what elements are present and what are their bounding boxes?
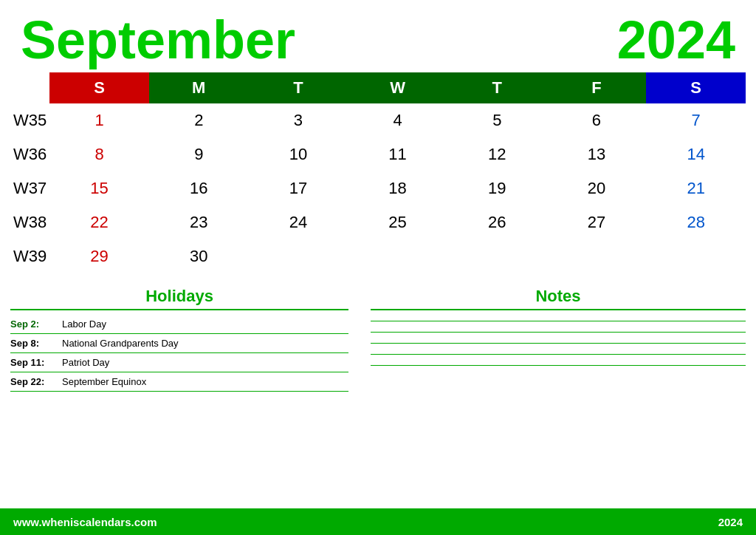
calendar-day xyxy=(447,239,547,273)
year-title: 2024 xyxy=(617,13,735,67)
calendar-day: 18 xyxy=(348,171,447,205)
header-wed: W xyxy=(348,72,447,103)
month-title: September xyxy=(21,13,295,67)
calendar-day: 16 xyxy=(149,171,249,205)
holidays-list: Sep 2:Labor DaySep 8:National Grandparen… xyxy=(10,315,348,392)
week-number: W38 xyxy=(10,205,49,239)
holiday-date: Sep 2: xyxy=(10,318,62,330)
calendar-header-row: S M T W T F S xyxy=(10,72,746,103)
calendar-day: 22 xyxy=(49,205,149,239)
calendar-day: 5 xyxy=(447,103,547,137)
week-number: W39 xyxy=(10,239,49,273)
header-sun: S xyxy=(49,72,149,103)
holidays-divider xyxy=(10,309,348,310)
calendar-day: 23 xyxy=(149,205,249,239)
calendar-day xyxy=(249,239,348,273)
holiday-item: Sep 11:Patriot Day xyxy=(10,353,348,372)
calendar-day xyxy=(646,239,746,273)
calendar-day: 20 xyxy=(547,171,647,205)
calendar-day: 19 xyxy=(447,171,547,205)
bottom-section: Holidays Sep 2:Labor DaySep 8:National G… xyxy=(0,279,756,392)
holiday-name: Patriot Day xyxy=(62,357,109,368)
calendar-day: 28 xyxy=(646,205,746,239)
week-number: W37 xyxy=(10,171,49,205)
calendar-day: 4 xyxy=(348,103,447,137)
header-fri: F xyxy=(547,72,647,103)
calendar-day xyxy=(348,239,447,273)
calendar-day: 7 xyxy=(646,103,746,137)
week-number: W35 xyxy=(10,103,49,137)
week-num-header xyxy=(10,72,49,103)
notes-section: Notes xyxy=(363,287,746,392)
holiday-item: Sep 8:National Grandparents Day xyxy=(10,334,348,353)
calendar-day: 13 xyxy=(547,137,647,171)
holiday-date: Sep 22: xyxy=(10,376,62,387)
calendar-row: W351234567 xyxy=(10,103,746,137)
week-number: W36 xyxy=(10,137,49,171)
header-thu: T xyxy=(447,72,547,103)
header-tue: T xyxy=(249,72,348,103)
notes-lines xyxy=(371,321,746,366)
notes-line xyxy=(371,321,746,321)
notes-line xyxy=(371,354,746,355)
calendar-row: W3822232425262728 xyxy=(10,205,746,239)
footer-url: www.wheniscalendars.com xyxy=(13,516,157,528)
calendar-day xyxy=(547,239,647,273)
holiday-item: Sep 2:Labor Day xyxy=(10,315,348,334)
calendar-day: 27 xyxy=(547,205,647,239)
holiday-date: Sep 11: xyxy=(10,357,62,368)
calendar-body: W351234567W36891011121314W37151617181920… xyxy=(10,103,746,273)
notes-line xyxy=(371,332,746,333)
header-sat: S xyxy=(646,72,746,103)
holiday-name: September Equinox xyxy=(62,376,146,387)
calendar-day: 1 xyxy=(49,103,149,137)
calendar-day: 9 xyxy=(149,137,249,171)
calendar-day: 11 xyxy=(348,137,447,171)
footer: www.wheniscalendars.com 2024 xyxy=(0,508,756,535)
calendar-day: 26 xyxy=(447,205,547,239)
footer-year: 2024 xyxy=(718,516,743,528)
calendar-wrapper: S M T W T F S W351234567W36891011121314W… xyxy=(0,72,756,273)
holiday-name: Labor Day xyxy=(62,318,106,330)
notes-line xyxy=(371,365,746,366)
header-mon: M xyxy=(149,72,249,103)
notes-line xyxy=(371,343,746,344)
holiday-name: National Grandparents Day xyxy=(62,338,179,349)
calendar-table: S M T W T F S W351234567W36891011121314W… xyxy=(10,72,746,273)
calendar-day: 25 xyxy=(348,205,447,239)
calendar-day: 14 xyxy=(646,137,746,171)
holidays-title: Holidays xyxy=(10,287,348,306)
calendar-row: W36891011121314 xyxy=(10,137,746,171)
holiday-date: Sep 8: xyxy=(10,338,62,349)
calendar-day: 30 xyxy=(149,239,249,273)
notes-divider xyxy=(371,309,746,310)
calendar-day: 2 xyxy=(149,103,249,137)
calendar-day: 12 xyxy=(447,137,547,171)
calendar-day: 3 xyxy=(249,103,348,137)
holiday-item: Sep 22:September Equinox xyxy=(10,372,348,392)
calendar-day: 17 xyxy=(249,171,348,205)
calendar-day: 24 xyxy=(249,205,348,239)
notes-title: Notes xyxy=(371,287,746,306)
calendar-row: W3715161718192021 xyxy=(10,171,746,205)
calendar-row: W392930 xyxy=(10,239,746,273)
calendar-day: 15 xyxy=(49,171,149,205)
calendar-day: 6 xyxy=(547,103,647,137)
calendar-day: 29 xyxy=(49,239,149,273)
calendar-day: 21 xyxy=(646,171,746,205)
holidays-section: Holidays Sep 2:Labor DaySep 8:National G… xyxy=(10,287,363,392)
calendar-day: 10 xyxy=(249,137,348,171)
calendar-day: 8 xyxy=(49,137,149,171)
calendar-header: September 2024 xyxy=(0,0,756,72)
